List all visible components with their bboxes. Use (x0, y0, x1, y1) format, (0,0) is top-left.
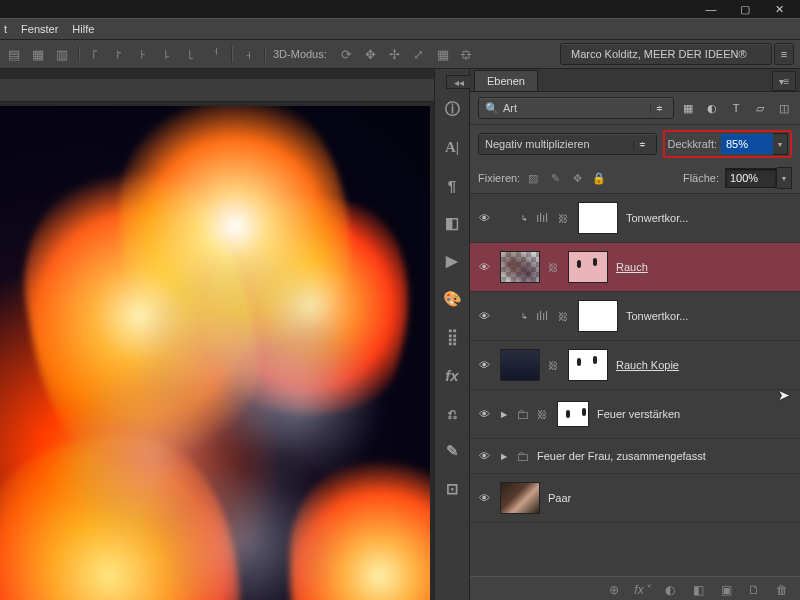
filter-type-icon[interactable]: T (728, 100, 744, 116)
layer-name[interactable]: Rauch Kopie (616, 359, 679, 371)
filter-shape-icon[interactable]: ▱ (752, 100, 768, 116)
layer-thumbnail[interactable] (500, 482, 540, 514)
histogram-panel-icon[interactable]: ⣿ (442, 327, 462, 347)
layer-name[interactable]: Rauch (616, 261, 648, 273)
mask-thumbnail[interactable] (578, 202, 618, 234)
fill-flyout-arrow-icon[interactable]: ▼ (777, 167, 792, 189)
3d-scale-icon[interactable]: ▦ (435, 46, 451, 62)
3d-orbit-icon[interactable]: ⟳ (339, 46, 355, 62)
lock-pixels-icon[interactable]: ✎ (548, 171, 562, 185)
lock-transparency-icon[interactable]: ▨ (526, 171, 540, 185)
workspace-menu-arrow-icon[interactable]: ≡ (774, 43, 794, 65)
document-tabstrip[interactable] (0, 79, 434, 102)
layer-filter-kind-select[interactable]: 🔍 Art ≑ (478, 97, 674, 119)
3d-roll-icon[interactable]: ✥ (363, 46, 379, 62)
3d-camera-icon[interactable]: ⯐ (459, 46, 475, 62)
visibility-icon[interactable]: 👁 (476, 492, 492, 504)
layer-row[interactable]: 👁 ▶ 🗀 Feuer der Frau, zusammengefasst (470, 439, 800, 474)
panel-menu-icon[interactable]: ▾≡ (772, 71, 796, 91)
layer-name[interactable]: Feuer der Frau, zusammengefasst (537, 450, 706, 462)
delete-layer-icon[interactable]: 🗑 (774, 583, 790, 597)
visibility-icon[interactable]: 👁 (476, 212, 492, 224)
distribute-vcenter-icon[interactable]: ꜓ (111, 46, 127, 62)
window-titlebar: — ▢ ✕ (0, 0, 800, 18)
3d-slide-icon[interactable]: ⤢ (411, 46, 427, 62)
distribute-bottom-icon[interactable]: ꜔ (135, 46, 151, 62)
3d-pan-icon[interactable]: ✢ (387, 46, 403, 62)
layer-thumbnail[interactable] (500, 349, 540, 381)
lock-label: Fixieren: (478, 172, 520, 184)
auto-align-icon[interactable]: ⫞ (240, 46, 256, 62)
info-panel-icon[interactable]: ⓘ (442, 99, 462, 119)
opacity-flyout-arrow-icon[interactable]: ▼ (773, 133, 788, 155)
layer-name[interactable]: Feuer verstärken (597, 408, 680, 420)
minimize-icon[interactable]: — (700, 2, 722, 16)
align-right-icon[interactable]: ▥ (54, 46, 70, 62)
distribute-left-icon[interactable]: ꜕ (159, 46, 175, 62)
filter-pixel-icon[interactable]: ▦ (680, 100, 696, 116)
maximize-icon[interactable]: ▢ (734, 2, 756, 16)
layer-row[interactable]: 👁 ▶ 🗀 ⛓ Feuer verstärken (470, 390, 800, 439)
new-adjustment-icon[interactable]: ◧ (690, 583, 706, 597)
mask-thumbnail[interactable] (557, 401, 589, 427)
new-group-icon[interactable]: ▣ (718, 583, 734, 597)
align-left-icon[interactable]: ▤ (6, 46, 22, 62)
add-mask-icon[interactable]: ◐ (662, 583, 678, 597)
paragraph-panel-icon[interactable]: ¶ (442, 175, 462, 195)
tab-layers[interactable]: Ebenen (474, 70, 538, 91)
mask-thumbnail[interactable] (568, 349, 608, 381)
character-panel-icon[interactable]: A| (442, 137, 462, 157)
layer-name[interactable]: Paar (548, 492, 571, 504)
canvas[interactable] (0, 106, 430, 600)
visibility-icon[interactable]: 👁 (476, 359, 492, 371)
menu-item[interactable]: t (4, 23, 7, 35)
layer-name[interactable]: Tonwertkor... (626, 310, 688, 322)
blend-mode-select[interactable]: Negativ multiplizieren ≑ (478, 133, 657, 155)
mask-thumbnail[interactable] (578, 300, 618, 332)
opacity-input[interactable] (721, 134, 773, 154)
visibility-icon[interactable]: 👁 (476, 450, 492, 462)
layer-row[interactable]: 👁 Paar (470, 474, 800, 523)
search-icon: 🔍 (485, 102, 499, 115)
close-icon[interactable]: ✕ (768, 2, 790, 16)
group-disclosure-icon[interactable]: ▶ (500, 410, 508, 419)
group-disclosure-icon[interactable]: ▶ (500, 452, 508, 461)
align-center-icon[interactable]: ▦ (30, 46, 46, 62)
fill-input[interactable] (725, 168, 777, 188)
layer-row[interactable]: 👁 ↳ ılıl ⛓ Tonwertkor... (470, 194, 800, 243)
layer-thumbnail[interactable] (500, 251, 540, 283)
lock-position-icon[interactable]: ✥ (570, 171, 584, 185)
layer-row[interactable]: 👁 ↳ ılıl ⛓ Tonwertkor... (470, 292, 800, 341)
visibility-icon[interactable]: 👁 (476, 261, 492, 273)
link-layers-icon[interactable]: ⊕ (606, 583, 622, 597)
workspace-select[interactable]: Marco Kolditz, MEER DER IDEEN® (560, 43, 772, 65)
layer-filter-icons: ▦ ◐ T ▱ ◫ (680, 100, 792, 116)
layer-effects-icon[interactable]: fx˅ (634, 583, 650, 597)
distribute-hcenter-icon[interactable]: ꜖ (183, 46, 199, 62)
swatches-panel-icon[interactable]: 🎨 (442, 289, 462, 309)
filter-adjust-icon[interactable]: ◐ (704, 100, 720, 116)
distribute-right-icon[interactable]: ꜗ (207, 46, 223, 62)
menu-item-window[interactable]: Fenster (21, 23, 58, 35)
distribute-top-icon[interactable]: ꜒ (87, 46, 103, 62)
timeline-panel-icon[interactable]: ▶ (442, 251, 462, 271)
filter-smart-icon[interactable]: ◫ (776, 100, 792, 116)
clone-source-panel-icon[interactable]: ⎌ (442, 403, 462, 423)
layer-name[interactable]: Tonwertkor... (626, 212, 688, 224)
lock-fill-row: Fixieren: ▨ ✎ ✥ 🔒 Fläche: ▼ (470, 163, 800, 194)
mask-thumbnail[interactable] (568, 251, 608, 283)
lock-all-icon[interactable]: 🔒 (592, 171, 606, 185)
adjustments-panel-icon[interactable]: ◧ (442, 213, 462, 233)
layer-row[interactable]: 👁 ⛓ Rauch Kopie (470, 341, 800, 390)
navigator-panel-icon[interactable]: ⊡ (442, 479, 462, 499)
visibility-icon[interactable]: 👁 (476, 310, 492, 322)
visibility-icon[interactable]: 👁 (476, 408, 492, 420)
panel-collapse-handle[interactable]: ◂◂ (446, 75, 472, 89)
new-layer-icon[interactable]: 🗋 (746, 583, 762, 597)
menu-item-help[interactable]: Hilfe (72, 23, 94, 35)
styles-panel-icon[interactable]: fx (442, 365, 462, 385)
layer-row[interactable]: 👁 ⛓ Rauch (470, 243, 800, 292)
brush-panel-icon[interactable]: ✎ (442, 441, 462, 461)
fill-field[interactable]: ▼ (725, 168, 792, 188)
opacity-field[interactable]: ▼ (721, 134, 788, 154)
